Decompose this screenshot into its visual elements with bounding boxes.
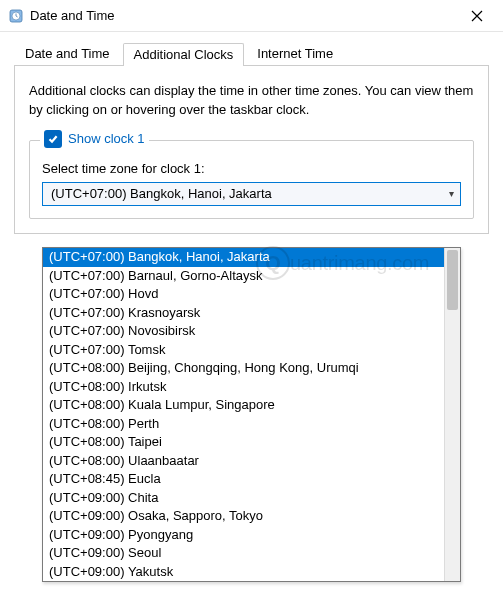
tab-internet-time[interactable]: Internet Time — [246, 42, 344, 65]
timezone-option[interactable]: (UTC+07:00) Barnaul, Gorno-Altaysk — [43, 267, 444, 286]
timezone-option[interactable]: (UTC+08:00) Taipei — [43, 433, 444, 452]
close-icon — [471, 10, 483, 22]
window-title: Date and Time — [30, 8, 115, 23]
content-area: Date and Time Additional Clocks Internet… — [0, 32, 503, 234]
timezone-option[interactable]: (UTC+09:00) Chita — [43, 489, 444, 508]
timezone-option[interactable]: (UTC+08:00) Perth — [43, 415, 444, 434]
timezone-option[interactable]: (UTC+08:45) Eucla — [43, 470, 444, 489]
timezone-option[interactable]: (UTC+08:00) Beijing, Chongqing, Hong Kon… — [43, 359, 444, 378]
timezone-option[interactable]: (UTC+07:00) Tomsk — [43, 341, 444, 360]
tab-additional-clocks[interactable]: Additional Clocks — [123, 43, 245, 66]
timezone-option[interactable]: (UTC+09:00) Osaka, Sapporo, Tokyo — [43, 507, 444, 526]
timezone-option[interactable]: (UTC+09:00) Pyongyang — [43, 526, 444, 545]
timezone-option[interactable]: (UTC+08:00) Irkutsk — [43, 378, 444, 397]
group-legend-clock-1: Show clock 1 — [40, 130, 149, 148]
timezone-option[interactable]: (UTC+07:00) Novosibirsk — [43, 322, 444, 341]
checkmark-icon — [47, 133, 59, 145]
close-button[interactable] — [457, 2, 497, 30]
timezone-combobox-value: (UTC+07:00) Bangkok, Hanoi, Jakarta — [51, 186, 272, 201]
timezone-dropdown[interactable]: (UTC+07:00) Bangkok, Hanoi, Jakarta(UTC+… — [42, 247, 461, 582]
chevron-down-icon: ▾ — [449, 188, 454, 199]
tab-pane-additional-clocks: Additional clocks can display the time i… — [14, 66, 489, 234]
timezone-option[interactable]: (UTC+08:00) Ulaanbaatar — [43, 452, 444, 471]
additional-clocks-description: Additional clocks can display the time i… — [29, 82, 474, 120]
scroll-thumb[interactable] — [447, 250, 458, 310]
timezone-option[interactable]: (UTC+09:00) Yakutsk — [43, 563, 444, 582]
tabs-row: Date and Time Additional Clocks Internet… — [14, 40, 489, 66]
show-clock-1-label: Show clock 1 — [68, 131, 145, 146]
timezone-combobox[interactable]: (UTC+07:00) Bangkok, Hanoi, Jakarta ▾ — [42, 182, 461, 206]
timezone-dropdown-list: (UTC+07:00) Bangkok, Hanoi, Jakarta(UTC+… — [43, 248, 444, 581]
timezone-option[interactable]: (UTC+07:00) Krasnoyarsk — [43, 304, 444, 323]
dropdown-scrollbar[interactable] — [444, 248, 460, 581]
timezone-option[interactable]: (UTC+07:00) Bangkok, Hanoi, Jakarta — [43, 248, 444, 267]
show-clock-1-checkbox[interactable] — [44, 130, 62, 148]
select-timezone-label: Select time zone for clock 1: — [42, 161, 461, 176]
timezone-option[interactable]: (UTC+08:00) Kuala Lumpur, Singapore — [43, 396, 444, 415]
timezone-option[interactable]: (UTC+07:00) Hovd — [43, 285, 444, 304]
titlebar: Date and Time — [0, 0, 503, 32]
timezone-option[interactable]: (UTC+09:00) Seoul — [43, 544, 444, 563]
tab-date-and-time[interactable]: Date and Time — [14, 42, 121, 65]
groupbox-clock-1: Show clock 1 Select time zone for clock … — [29, 140, 474, 219]
titlebar-left: Date and Time — [8, 8, 115, 24]
clock-settings-icon — [8, 8, 24, 24]
